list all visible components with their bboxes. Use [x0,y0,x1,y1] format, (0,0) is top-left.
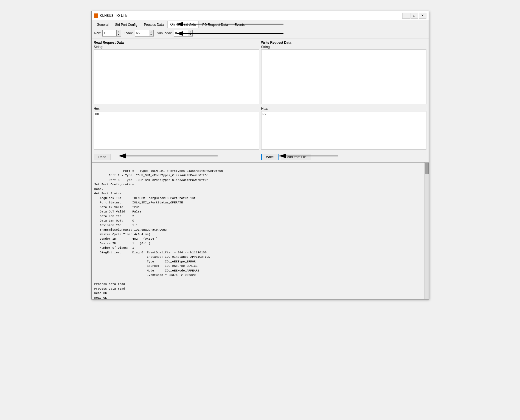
main-window: KUNBUS - IO-Link ─ □ ✕ General Std Port … [91,11,429,299]
tab-events[interactable]: Events [232,21,248,28]
subindex-spin-down[interactable]: ▼ [188,33,192,36]
index-label: Index: [125,31,134,35]
minimize-button[interactable]: ─ [402,13,410,19]
close-button[interactable]: ✕ [419,13,426,19]
scroll-thumb[interactable] [425,163,429,174]
read-button[interactable]: Read [94,154,111,160]
tab-std-port-config[interactable]: Std Port Config [112,21,140,28]
port-spinner-btns: ▲ ▼ [116,30,121,36]
tab-pd-request-data[interactable]: PD Request Data [199,21,231,28]
app-icon [94,13,98,18]
index-spinner-btns: ▲ ▼ [149,30,153,36]
port-spin-down[interactable]: ▼ [117,33,121,36]
subindex-spin-up[interactable]: ▲ [188,30,192,33]
action-bar-right: Write Load from File [261,154,426,160]
port-spinner: ▲ ▼ [102,30,121,37]
log-content[interactable]: Port 6 - Type: IOLM_SMI_ePortTypes_Class… [92,163,424,299]
write-string-textarea[interactable] [261,49,426,104]
write-panel: Write Request Data String: Hex: 02 [261,41,426,150]
log-area: Port 6 - Type: IOLM_SMI_ePortTypes_Class… [92,162,429,299]
subindex-spinner: ▲ ▼ [174,30,193,37]
read-hex-box: 00 [94,111,259,150]
subindex-spinner-btns: ▲ ▼ [188,30,192,36]
port-label: Port: [94,31,101,35]
tab-process-data[interactable]: Process Data [141,21,167,28]
index-input[interactable] [135,30,149,36]
read-hex-label: Hex: [94,107,259,111]
controls-bar: Port: ▲ ▼ Index: ▲ ▼ Sub Index: [92,28,429,38]
window-title: KUNBUS - IO-Link [100,14,127,18]
read-panel: Read Request Data String: Hex: 00 [94,41,259,150]
port-input[interactable] [103,30,116,36]
index-field-group: Index: ▲ ▼ [125,30,154,37]
port-field-group: Port: ▲ ▼ [94,30,121,37]
tab-general[interactable]: General [94,21,112,28]
main-content: Read Request Data String: Hex: 00 Write … [92,38,429,152]
tab-on-request-data[interactable]: On Request Data [167,21,199,28]
action-bar: Read Write Load from File [92,152,429,162]
write-hex-label: Hex: [261,107,426,111]
subindex-input[interactable] [174,30,188,36]
action-bar-left: Read [94,154,259,160]
index-spin-up[interactable]: ▲ [149,30,153,33]
maximize-button[interactable]: □ [411,13,418,19]
write-panel-title: Write Request Data [261,41,426,44]
read-string-textarea[interactable] [94,49,259,104]
port-spin-up[interactable]: ▲ [117,30,121,33]
title-bar-left: KUNBUS - IO-Link [94,13,127,18]
load-from-file-button[interactable]: Load from File [281,154,311,160]
subindex-label: Sub Index: [157,31,173,35]
index-spinner: ▲ ▼ [135,30,154,37]
read-panel-title: Read Request Data [94,41,259,44]
window-controls: ─ □ ✕ [402,13,426,19]
index-spin-down[interactable]: ▼ [149,33,153,36]
read-hex-section: Hex: 00 [94,107,259,150]
log-scrollbar[interactable] [424,163,429,299]
write-hex-box: 02 [261,111,426,150]
menu-bar: General Std Port Config Process Data On … [92,20,429,28]
write-button[interactable]: Write [261,154,279,160]
write-hex-section: Hex: 02 [261,107,426,150]
write-string-label: String: [261,45,426,49]
panels-row: Read Request Data String: Hex: 00 Write … [94,41,426,150]
read-string-label: String: [94,45,259,49]
title-bar: KUNBUS - IO-Link ─ □ ✕ [92,11,429,20]
subindex-field-group: Sub Index: ▲ ▼ [157,30,193,37]
